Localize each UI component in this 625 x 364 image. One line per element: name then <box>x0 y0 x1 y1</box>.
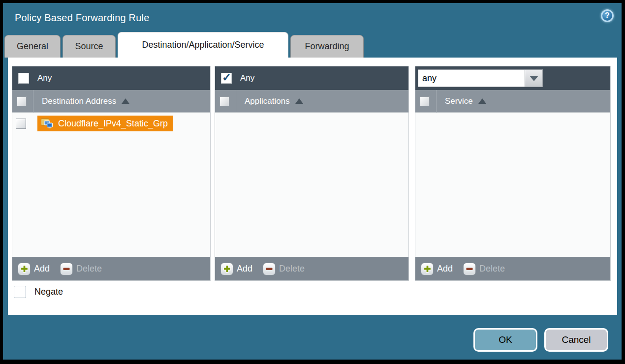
sort-ascending-icon[interactable] <box>478 98 486 104</box>
service-header: Service <box>415 90 610 113</box>
dialog-title: Policy Based Forwarding Rule <box>15 12 150 24</box>
delete-icon <box>60 263 73 275</box>
add-destination-button[interactable]: Add <box>18 263 50 275</box>
service-type-value[interactable]: any <box>418 69 525 87</box>
applications-header: Applications <box>215 90 408 113</box>
destination-address-header: Destination Address <box>12 90 210 113</box>
delete-label: Delete <box>76 264 102 274</box>
tab-destination-application-service[interactable]: Destination/Application/Service <box>118 32 288 58</box>
delete-label: Delete <box>279 264 305 274</box>
applications-header-label[interactable]: Applications <box>245 96 290 106</box>
service-type-dropdown[interactable]: any <box>418 69 543 87</box>
destination-toolbar: Add Delete <box>12 257 210 280</box>
add-label: Add <box>237 264 252 274</box>
add-label: Add <box>34 264 50 274</box>
service-header-label[interactable]: Service <box>445 96 473 106</box>
destination-any-bar: Any <box>12 66 210 90</box>
service-toolbar: Add Delete <box>415 257 610 280</box>
delete-icon <box>463 263 476 275</box>
delete-destination-button[interactable]: Delete <box>60 263 102 275</box>
destination-address-header-label[interactable]: Destination Address <box>42 96 116 106</box>
cancel-button[interactable]: Cancel <box>544 328 608 352</box>
checkmark-icon: ✓ <box>222 71 231 83</box>
add-icon <box>18 263 31 275</box>
negate-checkbox[interactable] <box>14 286 26 298</box>
destination-select-all-checkbox[interactable] <box>17 96 27 106</box>
service-dropdown-bar: any <box>415 66 610 90</box>
dialog-buttons: OK Cancel <box>473 328 608 352</box>
add-icon <box>220 263 233 275</box>
sort-ascending-icon[interactable] <box>122 98 129 104</box>
policy-based-forwarding-dialog: Policy Based Forwarding Rule ? General S… <box>3 3 622 360</box>
tab-general[interactable]: General <box>4 35 61 58</box>
negate-option: Negate <box>14 286 63 298</box>
address-object-name: Cloudflare_IPv4_Static_Grp <box>58 119 168 129</box>
applications-select-all-checkbox[interactable] <box>219 96 229 106</box>
add-service-button[interactable]: Add <box>421 263 453 275</box>
ok-button[interactable]: OK <box>473 328 537 352</box>
content-panel: Any Destination Address <box>8 58 617 315</box>
applications-any-label: Any <box>240 73 254 83</box>
header-divider <box>236 90 236 113</box>
row-checkbox[interactable] <box>16 119 26 129</box>
selected-address-object[interactable]: Cloudflare_IPv4_Static_Grp <box>37 116 173 131</box>
destination-any-label: Any <box>37 73 52 83</box>
destination-any-checkbox[interactable] <box>18 73 29 84</box>
dropdown-button[interactable] <box>525 69 543 87</box>
sort-ascending-icon[interactable] <box>295 98 303 104</box>
chevron-down-icon <box>530 76 538 81</box>
address-group-icon <box>41 118 54 129</box>
header-divider <box>33 90 33 113</box>
service-select-all-checkbox[interactable] <box>420 96 430 106</box>
applications-list <box>215 113 408 257</box>
service-list <box>415 113 610 257</box>
applications-toolbar: Add Delete <box>215 257 408 280</box>
help-glyph: ? <box>605 11 610 20</box>
add-label: Add <box>437 264 453 274</box>
service-column: any Service Add <box>415 66 611 281</box>
add-icon <box>421 263 434 275</box>
tab-source[interactable]: Source <box>62 35 116 58</box>
delete-label: Delete <box>479 264 505 274</box>
negate-label: Negate <box>34 287 63 297</box>
tab-forwarding[interactable]: Forwarding <box>290 35 364 58</box>
applications-any-bar: ✓ Any <box>215 66 408 90</box>
destination-address-column: Any Destination Address <box>12 66 211 281</box>
delete-icon <box>263 263 276 275</box>
header-divider <box>436 90 437 113</box>
help-icon[interactable]: ? <box>601 9 614 22</box>
destination-address-list: Cloudflare_IPv4_Static_Grp <box>12 113 210 257</box>
tab-bar: General Source Destination/Application/S… <box>4 32 364 58</box>
table-row[interactable]: Cloudflare_IPv4_Static_Grp <box>12 113 210 131</box>
delete-service-button[interactable]: Delete <box>463 263 505 275</box>
add-application-button[interactable]: Add <box>220 263 252 275</box>
applications-any-checkbox[interactable]: ✓ <box>221 73 232 84</box>
delete-application-button[interactable]: Delete <box>263 263 305 275</box>
applications-column: ✓ Any Applications Add <box>215 66 409 281</box>
